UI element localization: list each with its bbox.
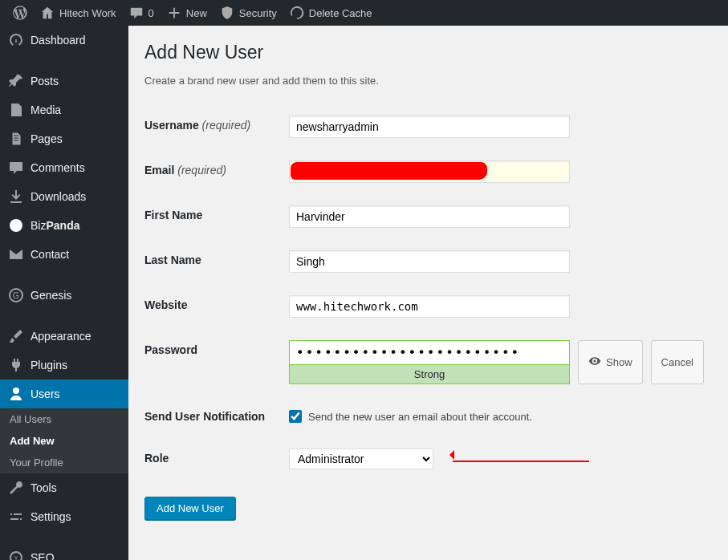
sidebar-item-appearance[interactable]: Appearance <box>0 322 128 351</box>
genesis-icon: G <box>8 287 24 303</box>
notification-checkbox[interactable] <box>289 410 302 423</box>
sidebar-label: Contact <box>31 248 69 261</box>
password-input[interactable] <box>289 340 570 365</box>
page-description: Create a brand new user and add them to … <box>144 75 712 87</box>
settings-icon <box>8 509 24 525</box>
new-content-link[interactable]: New <box>161 0 214 26</box>
submenu-all-users[interactable]: All Users <box>0 408 128 430</box>
mail-icon <box>8 246 24 262</box>
label-email: Email (required) <box>144 149 289 194</box>
sidebar-label: Posts <box>31 75 59 87</box>
page-title: Add New User <box>144 42 712 63</box>
sidebar-label: Plugins <box>31 359 67 371</box>
add-new-user-button[interactable]: Add New User <box>144 497 236 520</box>
new-label: New <box>186 7 207 19</box>
sidebar-item-posts[interactable]: Posts <box>0 67 128 95</box>
sidebar-item-downloads[interactable]: Downloads <box>0 182 128 211</box>
refresh-icon <box>290 6 304 20</box>
brush-icon <box>8 328 24 344</box>
sidebar-item-media[interactable]: Media <box>0 95 128 124</box>
svg-point-1 <box>12 223 15 226</box>
label-password: Password <box>144 329 289 396</box>
plugin-icon <box>8 357 24 373</box>
user-icon <box>8 386 24 402</box>
sidebar-item-settings[interactable]: Settings <box>0 502 128 531</box>
bizpanda-icon <box>8 217 24 233</box>
user-form: Username (required) Email (required) Fir… <box>144 104 712 481</box>
comment-icon <box>129 6 144 20</box>
sidebar-item-comments[interactable]: Comments <box>0 153 128 182</box>
sidebar-label: SEO <box>31 551 55 560</box>
wp-logo[interactable] <box>6 0 34 26</box>
annotation-arrow <box>453 454 589 466</box>
label-website: Website <box>144 284 289 329</box>
security-link[interactable]: Security <box>214 0 283 26</box>
sidebar-submenu-users: All Users Add New Your Profile <box>0 408 128 473</box>
pin-icon <box>8 73 24 89</box>
sidebar-item-genesis[interactable]: GGenesis <box>0 281 128 310</box>
sidebar-item-seo[interactable]: YSEO <box>0 543 128 560</box>
submenu-add-new[interactable]: Add New <box>0 430 128 452</box>
sidebar-item-users[interactable]: Users <box>0 379 128 408</box>
last-name-input[interactable] <box>289 250 570 273</box>
notification-text: Send the new user an email about their a… <box>308 411 532 423</box>
username-input[interactable] <box>289 116 570 138</box>
sidebar-label: Tools <box>31 481 57 494</box>
seo-icon: Y <box>8 550 24 560</box>
site-name-link[interactable]: Hitech Work <box>34 0 123 26</box>
site-name-text: Hitech Work <box>59 7 116 19</box>
svg-point-2 <box>17 223 20 226</box>
plus-icon <box>167 6 181 20</box>
submenu-your-profile[interactable]: Your Profile <box>0 452 128 473</box>
delete-cache-link[interactable]: Delete Cache <box>283 0 379 26</box>
show-password-button[interactable]: Show <box>578 340 643 384</box>
delete-cache-label: Delete Cache <box>309 7 372 19</box>
sidebar-label: Users <box>31 388 60 400</box>
sidebar-item-pages[interactable]: Pages <box>0 124 128 153</box>
sidebar-label: Downloads <box>31 190 86 203</box>
sidebar-item-tools[interactable]: Tools <box>0 473 128 502</box>
admin-sidebar: Dashboard Posts Media Pages Comments Dow… <box>0 26 128 560</box>
label-first-name: First Name <box>144 194 289 239</box>
sidebar-label: Settings <box>31 510 71 523</box>
dashboard-icon <box>8 32 24 48</box>
svg-text:Y: Y <box>14 555 18 560</box>
label-username: Username (required) <box>144 104 289 149</box>
comments-link[interactable]: 0 <box>123 0 161 26</box>
notification-checkbox-row[interactable]: Send the new user an email about their a… <box>289 410 704 423</box>
page-icon <box>8 131 24 147</box>
label-notification: Send User Notification <box>144 396 289 437</box>
redacted-overlay <box>291 162 487 180</box>
wrench-icon <box>8 480 24 496</box>
svg-text:G: G <box>13 291 19 300</box>
sidebar-label: Genesis <box>31 289 71 302</box>
admin-toolbar: Hitech Work 0 New Security Delete Cache <box>0 0 728 26</box>
sidebar-item-bizpanda[interactable]: BizPanda <box>0 211 128 240</box>
label-role: Role <box>144 437 289 481</box>
eye-icon <box>588 355 601 370</box>
first-name-input[interactable] <box>289 205 570 228</box>
shield-icon <box>220 6 234 20</box>
main-content: Add New User Create a brand new user and… <box>128 26 728 560</box>
sidebar-label: Appearance <box>31 330 92 343</box>
comment-icon <box>8 160 24 176</box>
sidebar-label: BizPanda <box>31 219 79 232</box>
cancel-password-button[interactable]: Cancel <box>651 340 704 384</box>
role-select[interactable]: Administrator <box>289 448 433 469</box>
wordpress-icon <box>13 6 27 20</box>
password-strength: Strong <box>289 365 570 384</box>
comments-count: 0 <box>148 7 154 19</box>
home-icon <box>40 6 55 20</box>
sidebar-item-plugins[interactable]: Plugins <box>0 351 128 379</box>
sidebar-label: Dashboard <box>31 34 86 47</box>
sidebar-label: Comments <box>31 161 85 174</box>
download-icon <box>8 189 24 205</box>
sidebar-item-contact[interactable]: Contact <box>0 240 128 269</box>
security-label: Security <box>239 7 277 19</box>
sidebar-label: Media <box>31 103 61 116</box>
website-input[interactable] <box>289 295 570 318</box>
sidebar-label: Pages <box>31 132 63 145</box>
sidebar-item-dashboard[interactable]: Dashboard <box>0 26 128 55</box>
svg-point-0 <box>10 219 22 232</box>
svg-point-3 <box>14 228 18 230</box>
